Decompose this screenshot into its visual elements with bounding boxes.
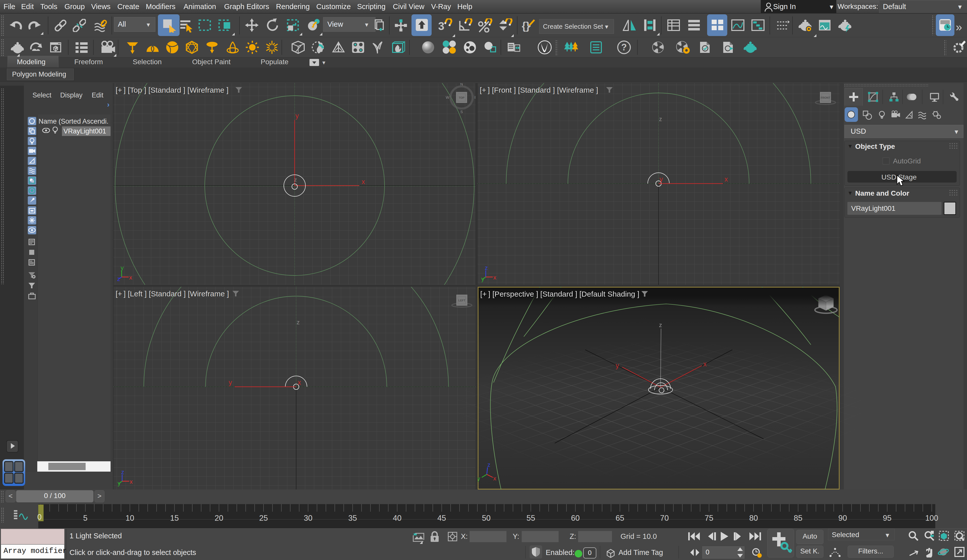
svg-text:N: N [460, 83, 463, 86]
svg-text:65: 65 [616, 514, 624, 522]
svg-text:x: x [493, 475, 496, 482]
svg-text:3: 3 [438, 20, 444, 32]
svg-text:5: 5 [83, 514, 87, 522]
svg-text:{}: {} [522, 20, 530, 32]
svg-text:50: 50 [482, 514, 490, 522]
svg-text:x: x [703, 360, 707, 368]
svg-text:35: 35 [348, 514, 357, 522]
svg-text:S: S [460, 110, 463, 114]
svg-text:100: 100 [925, 514, 938, 522]
svg-text:85: 85 [794, 514, 802, 522]
svg-text:z: z [294, 176, 297, 183]
svg-text:25: 25 [259, 514, 268, 522]
svg-text:45: 45 [437, 514, 446, 522]
svg-text:z: z [121, 469, 124, 475]
svg-text:95: 95 [883, 514, 891, 522]
svg-text:y: y [616, 362, 619, 369]
svg-text:90: 90 [838, 514, 847, 522]
svg-text:?: ? [621, 42, 627, 53]
svg-text:E: E [474, 95, 475, 99]
svg-text:40: 40 [393, 514, 401, 522]
svg-text:y: y [120, 264, 124, 271]
svg-text:80: 80 [749, 514, 758, 522]
svg-text:30: 30 [304, 514, 312, 522]
svg-text:z: z [297, 319, 300, 326]
svg-text:TOP: TOP [459, 96, 464, 99]
svg-text:20: 20 [215, 514, 223, 522]
svg-text:z: z [485, 264, 488, 271]
svg-text:x: x [361, 178, 365, 186]
svg-text:z: z [659, 321, 662, 328]
svg-text:75: 75 [705, 514, 713, 522]
svg-text:z: z [487, 461, 490, 468]
svg-text:W: W [446, 95, 449, 99]
svg-text:55: 55 [526, 514, 535, 522]
svg-text:70: 70 [660, 514, 668, 522]
svg-text:y: y [478, 475, 480, 482]
svg-text:x: x [129, 274, 132, 281]
svg-text:x: x [493, 274, 496, 281]
svg-text:10: 10 [125, 514, 134, 522]
svg-text:y: y [660, 176, 663, 183]
svg-text:x: x [724, 176, 728, 183]
svg-text:15: 15 [170, 514, 178, 522]
svg-text:y: y [295, 112, 299, 120]
svg-text:x: x [130, 478, 133, 485]
svg-text:FRONT: FRONT [821, 96, 830, 99]
svg-text:60: 60 [571, 514, 580, 522]
svg-text:z: z [659, 115, 662, 122]
svg-text:LEFT: LEFT [458, 299, 465, 302]
svg-text:x: x [298, 379, 301, 386]
svg-text:y: y [229, 379, 232, 386]
